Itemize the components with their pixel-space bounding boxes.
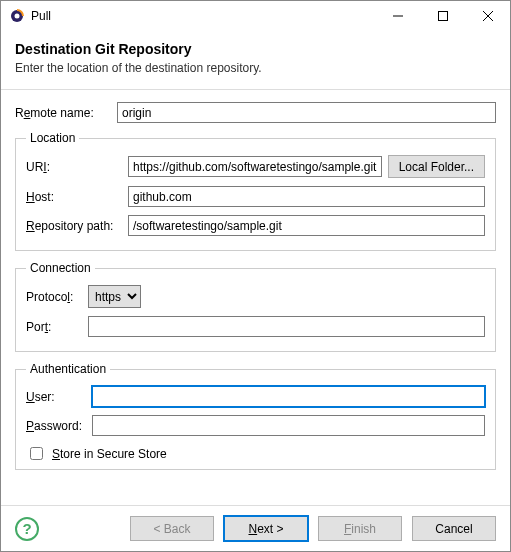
port-label: Port: [26, 320, 82, 334]
wizard-footer: ? < Back Next > Finish Cancel [1, 505, 510, 551]
app-icon [9, 8, 25, 24]
protocol-row: Protocol: https [26, 285, 485, 308]
user-row: User: [26, 386, 485, 407]
back-button: < Back [130, 516, 214, 541]
authentication-legend: Authentication [26, 362, 110, 376]
minimize-button[interactable] [375, 1, 420, 31]
password-label: Password: [26, 419, 86, 433]
uri-input[interactable] [128, 156, 382, 177]
finish-button: Finish [318, 516, 402, 541]
page-subtitle: Enter the location of the destination re… [15, 61, 496, 75]
store-label: Store in Secure Store [52, 447, 167, 461]
repo-path-row: Repository path: [26, 215, 485, 236]
user-label: User: [26, 390, 86, 404]
repo-path-label: Repository path: [26, 219, 122, 233]
port-row: Port: [26, 316, 485, 337]
repo-path-input[interactable] [128, 215, 485, 236]
local-folder-button[interactable]: Local Folder... [388, 155, 485, 178]
svg-rect-3 [438, 12, 447, 21]
uri-label: URI: [26, 160, 122, 174]
wizard-header: Destination Git Repository Enter the loc… [1, 31, 510, 90]
help-icon[interactable]: ? [15, 517, 39, 541]
remote-name-label: Remote name: [15, 106, 111, 120]
port-input[interactable] [88, 316, 485, 337]
connection-group: Connection Protocol: https Port: [15, 261, 496, 352]
svg-point-1 [15, 14, 20, 19]
store-checkbox[interactable] [30, 447, 43, 460]
store-row: Store in Secure Store [26, 444, 485, 463]
host-label: Host: [26, 190, 122, 204]
remote-name-row: Remote name: [15, 102, 496, 123]
password-input[interactable] [92, 415, 485, 436]
protocol-label: Protocol: [26, 290, 82, 304]
remote-name-input[interactable] [117, 102, 496, 123]
connection-legend: Connection [26, 261, 95, 275]
location-legend: Location [26, 131, 79, 145]
host-row: Host: [26, 186, 485, 207]
close-button[interactable] [465, 1, 510, 31]
uri-row: URI: Local Folder... [26, 155, 485, 178]
window-title: Pull [31, 9, 375, 23]
titlebar: Pull [1, 1, 510, 31]
user-input[interactable] [92, 386, 485, 407]
host-input[interactable] [128, 186, 485, 207]
maximize-button[interactable] [420, 1, 465, 31]
password-row: Password: [26, 415, 485, 436]
next-button[interactable]: Next > [224, 516, 308, 541]
wizard-content: Remote name: Location URI: Local Folder.… [1, 90, 510, 505]
location-group: Location URI: Local Folder... Host: Repo… [15, 131, 496, 251]
page-title: Destination Git Repository [15, 41, 496, 57]
cancel-button[interactable]: Cancel [412, 516, 496, 541]
protocol-select[interactable]: https [88, 285, 141, 308]
authentication-group: Authentication User: Password: Store in … [15, 362, 496, 470]
